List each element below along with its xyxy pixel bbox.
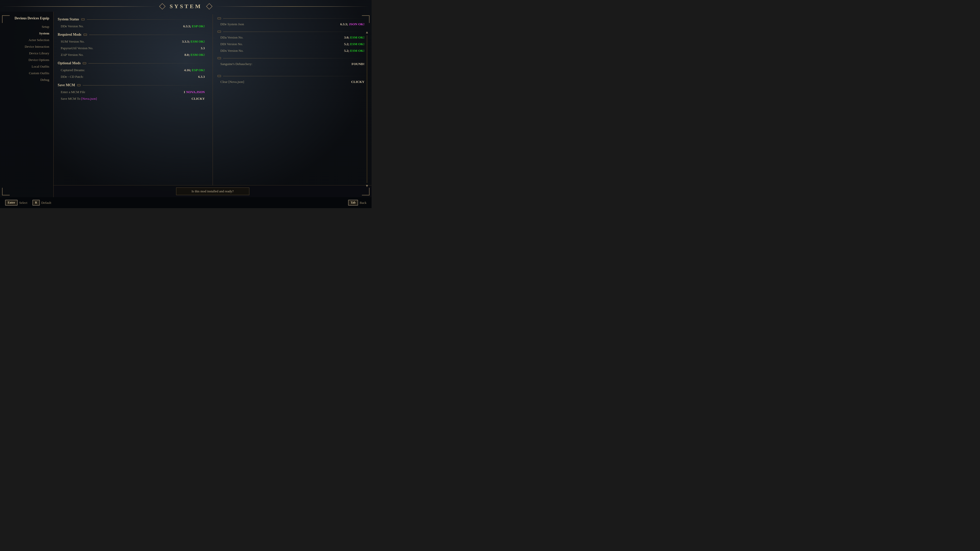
save-mcm-label: Save MCM To [Nova.json] [61, 97, 97, 101]
hint-label-back: Back [360, 201, 366, 205]
section-save-mcm: Save MCM [58, 83, 208, 87]
status-esm-ok-zap: ESM OK! [191, 53, 205, 57]
section-title-save-mcm: Save MCM [58, 83, 75, 87]
section-line [89, 35, 208, 35]
sidebar-item-label: Custom Outfits [29, 71, 49, 75]
clear-mcm-row[interactable]: Clear [Nova.json] CLICKY [218, 79, 368, 85]
sidebar-item-label: Local Outfits [32, 65, 49, 68]
section-line [223, 18, 368, 19]
table-row: DDa Version No. 3.0; ESM OK! [218, 34, 368, 41]
section-line [223, 76, 368, 76]
section-ornament [81, 18, 85, 21]
table-row: DDe Version No. 6.3.3; ESP OK! [58, 23, 208, 30]
data-label-dde-version: DDe Version No. [61, 24, 84, 28]
right-panel: System Status DDe Version No. 6.3.3; ESP… [54, 12, 372, 197]
section-title-system-status: System Status [58, 17, 79, 21]
data-label-papyrus: PapyrusUtil Version No. [61, 46, 93, 50]
ornament-diamond-right [206, 3, 213, 10]
section-optional-mods: Optional Mods [58, 61, 208, 65]
data-label-ddx: DDx Version No. [221, 49, 243, 53]
status-esm-ok: ESM OK! [191, 40, 205, 43]
sidebar-item-setup[interactable]: Setup [0, 24, 53, 30]
mcm-file-input-row[interactable]: Enter a MCM File I NOVA.JSON [58, 89, 208, 95]
hint-label-default: Default [41, 201, 51, 205]
sidebar-item-local-outfits[interactable]: Local Outfits [0, 63, 53, 70]
sidebar-item-label: Setup [41, 25, 49, 29]
title-bar: SYSTEM [0, 0, 372, 12]
section-right-top [218, 17, 368, 19]
version-number: 3.3.3; [182, 40, 191, 43]
mcm-filename: NOVA.JSON [186, 90, 205, 94]
title-ornament-left [160, 4, 165, 9]
section-ornament [218, 57, 221, 59]
data-value-papyrus: 3.3 [200, 46, 205, 50]
save-mcm-to-row[interactable]: Save MCM To [Nova.json] CLICKY [58, 95, 208, 102]
table-row: ZAP Version No. 8.0; ESM OK! [58, 52, 208, 58]
section-line [223, 32, 368, 32]
scroll-arrow-up: ▲ [365, 30, 369, 34]
version-number: 4.16; [184, 68, 192, 72]
data-value-dde-system-json: 6.3.3; JSON OK! [340, 22, 364, 26]
hint-label-select: Select [19, 201, 27, 205]
corner-top-left [2, 15, 10, 23]
data-label-sanguine: Sanguine's Debauchery: [221, 62, 252, 66]
table-row: PapyrusUtil Version No. 3.3 [58, 45, 208, 52]
table-row: SUM Version No. 3.3.3; ESM OK! [58, 38, 208, 45]
data-label-captured-dreams: Captured Dreams: [61, 68, 85, 72]
save-mcm-link: [Nova.json] [81, 97, 97, 100]
sidebar-item-system[interactable]: System [0, 30, 53, 37]
data-label-dde-system-json: DDe System Json [221, 22, 244, 26]
status-bar: Is this mod installed and ready? [54, 185, 372, 197]
section-ornament [218, 17, 221, 19]
version-number: 5.2; [344, 42, 350, 46]
corner-bottom-left [2, 188, 10, 195]
status-esm-ok-ddi: ESM OK! [350, 42, 364, 46]
hint-r-default: R Default [32, 200, 51, 206]
sidebar-item-custom-outfits[interactable]: Custom Outfits [0, 70, 53, 76]
table-row: DDx Version No. 5.2; ESM OK! [218, 48, 368, 54]
data-label-zap: ZAP Version No. [61, 53, 83, 57]
page-title: SYSTEM [165, 3, 207, 10]
key-tab: Tab [348, 200, 358, 206]
title-ornament-right [207, 4, 212, 9]
status-esp-ok: ESP OK! [192, 24, 205, 28]
data-label-ddi: DDi Version No. [221, 42, 243, 46]
data-label-sum: SUM Version No. [61, 40, 84, 44]
clear-mcm-clicky[interactable]: CLICKY [351, 80, 364, 84]
table-row: DDe - CD Patch: 6.3.3 [58, 73, 208, 80]
sidebar-item-device-library[interactable]: Device Library [0, 50, 53, 57]
version-number: 5.2; [344, 49, 350, 52]
sidebar-item-debug[interactable]: Debug [0, 76, 53, 83]
data-label-cd-patch: DDe - CD Patch: [61, 75, 83, 79]
section-ornament [218, 30, 221, 33]
mcm-input-value: I NOVA.JSON [184, 90, 205, 94]
corner-top-right [362, 15, 369, 23]
table-row: DDi Version No. 5.2; ESM OK! [218, 41, 368, 48]
section-title-required-mods: Required Mods [58, 33, 81, 37]
left-content-panel: System Status DDe Version No. 6.3.3; ESP… [56, 14, 210, 185]
data-value-captured-dreams: 4.16; ESP OK! [184, 68, 205, 72]
sidebar-item-device-interaction[interactable]: Device Interaction [0, 43, 53, 50]
data-value-cd-patch: 6.3.3 [198, 75, 205, 79]
section-ornament [83, 34, 87, 36]
data-value-zap: 8.0; ESM OK! [185, 53, 205, 57]
section-title-optional-mods: Optional Mods [58, 61, 81, 65]
scroll-arrow-down: ▼ [365, 184, 369, 185]
key-enter: Enter [5, 200, 18, 206]
scroll-indicator[interactable]: ▲ ▼ [366, 30, 369, 185]
enter-mcm-label: Enter a MCM File [61, 90, 85, 94]
data-value-ddi: 5.2; ESM OK! [344, 42, 364, 46]
version-number: 6.3.3; [183, 24, 192, 28]
save-mcm-clicky[interactable]: CLICKY [191, 97, 205, 101]
sidebar: Devious Devices Equip Setup System Actor… [0, 12, 54, 197]
version-number: 3.0; [344, 35, 350, 39]
version-number: 6.3.3; [340, 22, 349, 26]
sidebar-item-label-system: System [39, 32, 49, 35]
sidebar-item-label: Debug [40, 78, 49, 82]
sidebar-item-device-options[interactable]: Device Options [0, 57, 53, 63]
section-system-status: System Status [58, 17, 208, 21]
data-value-dde-version: 6.3.3; ESP OK! [183, 24, 205, 28]
hint-enter-select: Enter Select [5, 200, 27, 206]
sidebar-item-actor-selection[interactable]: Actor Selection [0, 37, 53, 43]
control-hints: Enter Select R Default Tab Back [0, 197, 372, 208]
